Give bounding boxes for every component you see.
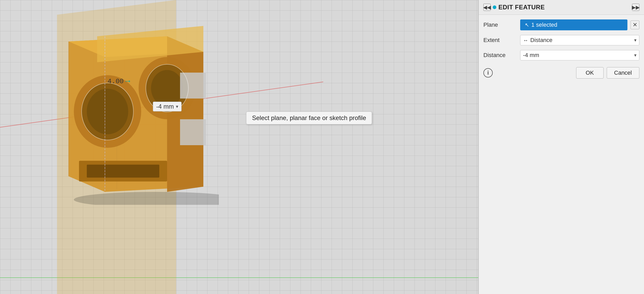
distance-chevron-icon: ▾ <box>634 52 636 58</box>
dimension-value: 4.00 <box>108 78 124 85</box>
extent-chevron-icon: ▾ <box>634 37 636 43</box>
3d-object <box>53 10 219 205</box>
svg-point-3 <box>87 89 128 134</box>
extent-distance-icon: ↔ <box>523 37 528 43</box>
panel-collapse-button[interactable]: ◀◀ <box>483 4 491 11</box>
panel-header-left: ◀◀ EDIT FEATURE <box>483 4 545 11</box>
cursor-icon: ↖ <box>525 22 529 28</box>
plane-label: Plane <box>483 22 517 28</box>
plane-selected-button[interactable]: ↖ 1 selected <box>520 19 627 30</box>
ok-button[interactable]: OK <box>576 67 604 79</box>
panel-actions: i OK Cancel <box>479 62 644 83</box>
distance-value: -4 mm <box>523 52 632 59</box>
panel-header: ◀◀ EDIT FEATURE ▶▶ <box>479 0 644 15</box>
plane-selected-text: 1 selected <box>531 22 557 28</box>
cancel-button[interactable]: Cancel <box>607 67 639 79</box>
extent-value: Distance <box>530 37 632 44</box>
svg-rect-7 <box>180 73 206 99</box>
hint-tooltip: Select plane, planar face or sketch prof… <box>246 111 372 124</box>
svg-point-6 <box>151 70 183 106</box>
hint-text: Select plane, planar face or sketch prof… <box>252 114 366 121</box>
svg-rect-10 <box>87 165 159 178</box>
extent-row: Extent ↔ Distance ▾ <box>483 35 639 45</box>
edit-feature-panel: ◀◀ EDIT FEATURE ▶▶ Plane ↖ 1 selected ✕ … <box>478 0 644 294</box>
panel-body: Plane ↖ 1 selected ✕ Extent ↔ Distance ▾… <box>479 15 644 60</box>
dimension-arrow-icon: → <box>125 76 130 86</box>
inline-distance-value: -4 mm <box>156 103 174 110</box>
svg-rect-8 <box>180 119 206 145</box>
distance-select[interactable]: -4 mm ▾ <box>520 50 639 60</box>
info-button[interactable]: i <box>483 68 493 78</box>
distance-row: Distance -4 mm ▾ <box>483 50 639 60</box>
panel-expand-button[interactable]: ▶▶ <box>632 4 639 11</box>
info-icon: i <box>487 69 489 76</box>
extent-label: Extent <box>483 37 517 44</box>
svg-point-0 <box>74 192 219 205</box>
inline-distance-chevron-icon: ▾ <box>176 104 178 109</box>
dimension-annotation: 4.00 → <box>108 76 130 86</box>
plane-row: Plane ↖ 1 selected ✕ <box>483 19 639 30</box>
close-icon: ✕ <box>633 22 637 28</box>
plane-close-button[interactable]: ✕ <box>631 20 639 29</box>
panel-title: EDIT FEATURE <box>498 4 545 11</box>
inline-distance-tooltip[interactable]: -4 mm ▾ <box>153 102 182 111</box>
distance-label: Distance <box>483 52 517 59</box>
extent-select[interactable]: ↔ Distance ▾ <box>520 35 639 45</box>
panel-status-dot <box>493 5 496 9</box>
